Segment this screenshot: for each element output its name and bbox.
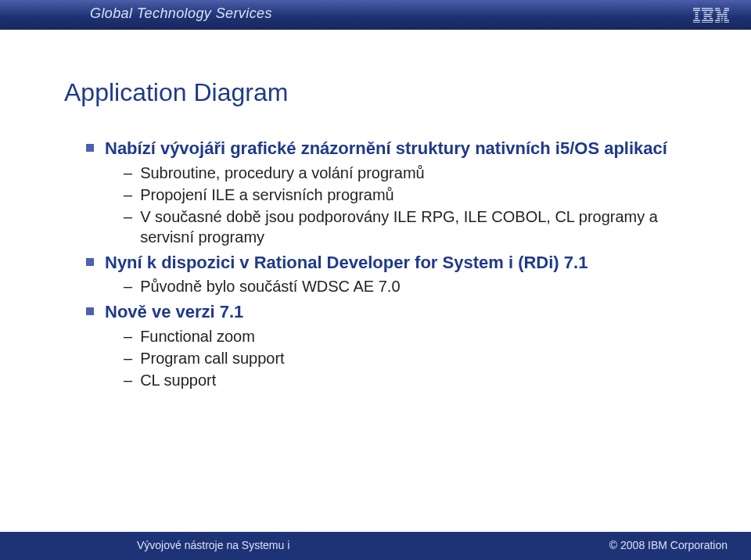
svg-rect-16: [702, 20, 713, 21]
dash-bullet-icon: –: [124, 185, 132, 205]
svg-rect-17: [702, 22, 713, 23]
dash-bullet-icon: –: [124, 277, 132, 296]
svg-rect-21: [724, 10, 729, 11]
svg-rect-29: [721, 18, 723, 19]
bullet-text: Functional zoom: [140, 326, 255, 346]
footer-right-text: © 2008 IBM Corporation: [609, 539, 728, 551]
svg-rect-12: [704, 14, 712, 15]
square-bullet-icon: [86, 258, 94, 266]
svg-rect-13: [704, 16, 712, 16]
bullet-level2: – Původně bylo součástí WDSC AE 7.0: [124, 276, 704, 296]
svg-rect-14: [704, 18, 707, 19]
svg-rect-11: [710, 12, 713, 13]
svg-rect-24: [717, 14, 728, 15]
svg-rect-5: [695, 18, 699, 19]
ibm-logo: [693, 8, 729, 23]
dash-bullet-icon: –: [124, 327, 132, 346]
bullet-level2: – Propojení ILE a servisních programů: [124, 185, 704, 205]
svg-rect-36: [724, 22, 730, 23]
svg-rect-4: [695, 16, 699, 16]
svg-rect-30: [724, 18, 728, 19]
bullet-level1: Nově ve verzi 7.1: [86, 301, 704, 323]
svg-rect-9: [702, 10, 713, 11]
bullet-text: Subroutine, procedury a volání programů: [140, 163, 425, 183]
svg-rect-22: [717, 12, 721, 13]
bullet-text: Původně bylo součástí WDSC AE 7.0: [140, 276, 400, 296]
bullet-text: Propojení ILE a servisních programů: [140, 185, 394, 205]
dash-bullet-icon: –: [124, 349, 132, 368]
dash-bullet-icon: –: [124, 163, 132, 183]
bullet-level2: – Program call support: [124, 348, 704, 368]
svg-rect-35: [722, 22, 723, 23]
bullet-text: CL support: [140, 370, 216, 390]
svg-rect-34: [715, 22, 720, 23]
bullet-text: Nabízí vývojáři grafické znázornění stru…: [105, 138, 667, 160]
dash-bullet-icon: –: [124, 207, 132, 227]
bullet-level2: – Subroutine, procedury a volání program…: [124, 163, 704, 183]
svg-rect-28: [717, 18, 720, 19]
bullet-text: Nově ve verzi 7.1: [105, 301, 243, 323]
bullet-level2: – V současné době jsou podporovány ILE R…: [124, 206, 704, 247]
slide-title: Application Diagram: [64, 78, 288, 107]
svg-rect-3: [695, 14, 699, 15]
svg-rect-2: [695, 12, 699, 13]
bullet-level1: Nyní k dispozici v Rational Developer fo…: [86, 252, 704, 274]
svg-rect-27: [724, 16, 728, 16]
svg-rect-6: [693, 20, 700, 21]
footer-left-text: Vývojové nástroje na Systemu i: [137, 539, 289, 551]
svg-rect-19: [724, 8, 729, 9]
svg-rect-23: [724, 12, 728, 13]
bullet-level1: Nabízí vývojáři grafické znázornění stru…: [86, 138, 704, 160]
square-bullet-icon: [86, 144, 94, 152]
bullet-level2: – Functional zoom: [124, 326, 704, 346]
svg-rect-32: [721, 20, 722, 21]
svg-rect-1: [693, 10, 700, 11]
svg-rect-10: [704, 12, 707, 13]
svg-rect-18: [715, 8, 720, 9]
svg-rect-26: [721, 16, 724, 16]
svg-rect-15: [710, 18, 713, 19]
svg-rect-0: [693, 8, 700, 9]
svg-rect-20: [715, 10, 720, 11]
header-bar: Global Technology Services: [0, 0, 751, 30]
svg-rect-8: [702, 8, 713, 9]
header-subtitle: Global Technology Services: [90, 5, 272, 22]
content-area: Nabízí vývojáři grafické znázornění stru…: [86, 138, 704, 392]
dash-bullet-icon: –: [124, 371, 132, 390]
bullet-level2: – CL support: [124, 370, 704, 390]
footer-bar: Vývojové nástroje na Systemu i © 2008 IB…: [0, 532, 751, 560]
svg-rect-25: [717, 16, 720, 16]
svg-rect-33: [724, 20, 730, 21]
bullet-text: Nyní k dispozici v Rational Developer fo…: [105, 252, 588, 274]
square-bullet-icon: [86, 307, 94, 315]
svg-rect-31: [715, 20, 720, 21]
bullet-text: Program call support: [140, 348, 285, 368]
bullet-text: V současné době jsou podporovány ILE RPG…: [140, 206, 704, 247]
svg-rect-7: [693, 22, 700, 23]
